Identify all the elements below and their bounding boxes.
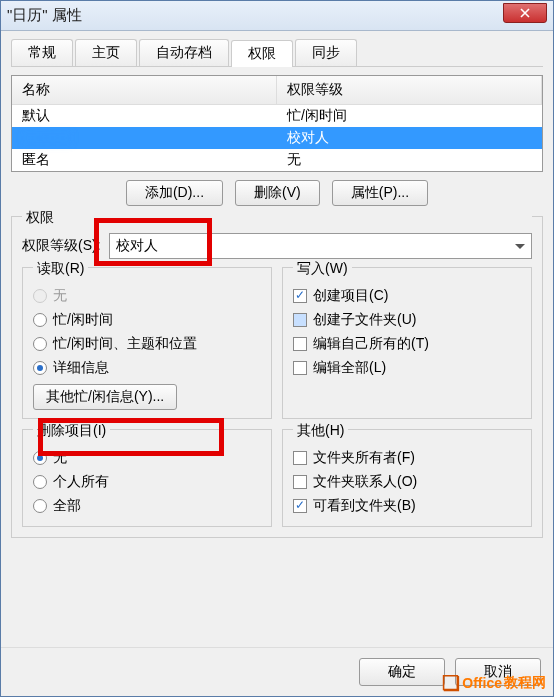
check-icon bbox=[293, 313, 307, 327]
other-group: 其他(H) 文件夹所有者(F) 文件夹联系人(O) 可看到文件夹(B) bbox=[282, 429, 532, 527]
titlebar: "日历" 属性 bbox=[1, 1, 553, 31]
check-icon bbox=[293, 475, 307, 489]
watermark-icon: ❏ bbox=[442, 671, 460, 695]
radio-details[interactable]: 详细信息 bbox=[33, 356, 261, 380]
remove-button[interactable]: 删除(V) bbox=[235, 180, 320, 206]
permissions-legend: 权限 bbox=[22, 209, 532, 227]
delete-title: 删除项目(I) bbox=[33, 422, 110, 440]
dialog-window: "日历" 属性 常规 主页 自动存档 权限 同步 名称 权限等级 默认 忙/闲时… bbox=[0, 0, 554, 697]
other-freebusy-button[interactable]: 其他忙/闲信息(Y)... bbox=[33, 384, 177, 410]
list-row[interactable]: ░░░░░ 校对人 bbox=[12, 127, 542, 149]
col-name[interactable]: 名称 bbox=[12, 76, 277, 104]
list-header: 名称 权限等级 bbox=[12, 76, 542, 105]
radio-freebusy-subject[interactable]: 忙/闲时间、主题和位置 bbox=[33, 332, 261, 356]
radio-icon bbox=[33, 313, 47, 327]
watermark: ❏ Office 教程网 bbox=[442, 671, 546, 695]
radio-delete-none[interactable]: 无 bbox=[33, 446, 261, 470]
radio-delete-own[interactable]: 个人所有 bbox=[33, 470, 261, 494]
check-create-subfolders[interactable]: 创建子文件夹(U) bbox=[293, 308, 521, 332]
window-title: "日历" 属性 bbox=[7, 6, 82, 25]
list-row[interactable]: 匿名 无 bbox=[12, 149, 542, 171]
radio-none: 无 bbox=[33, 284, 261, 308]
ok-button[interactable]: 确定 bbox=[359, 658, 445, 686]
permissions-list[interactable]: 名称 权限等级 默认 忙/闲时间 ░░░░░ 校对人 匿名 无 bbox=[11, 75, 543, 172]
tab-permissions[interactable]: 权限 bbox=[231, 40, 293, 67]
read-group: 读取(R) 无 忙/闲时间 忙/闲时间、主题和位置 详细信息 其他忙/闲信息(Y… bbox=[22, 267, 272, 419]
properties-button[interactable]: 属性(P)... bbox=[332, 180, 428, 206]
read-title: 读取(R) bbox=[33, 260, 88, 278]
check-create-items[interactable]: 创建项目(C) bbox=[293, 284, 521, 308]
level-select[interactable]: 校对人 bbox=[109, 233, 532, 259]
radio-icon bbox=[33, 499, 47, 513]
delete-group: 删除项目(I) 无 个人所有 全部 bbox=[22, 429, 272, 527]
permissions-fieldset: 权限 权限等级(S): 校对人 读取(R) 无 忙/闲时间 忙/闲时间、主题和位… bbox=[11, 216, 543, 538]
add-button[interactable]: 添加(D)... bbox=[126, 180, 223, 206]
check-icon bbox=[293, 499, 307, 513]
list-buttons: 添加(D)... 删除(V) 属性(P)... bbox=[11, 180, 543, 206]
tab-general[interactable]: 常规 bbox=[11, 39, 73, 66]
tab-sync[interactable]: 同步 bbox=[295, 39, 357, 66]
radio-icon bbox=[33, 337, 47, 351]
radio-icon bbox=[33, 451, 47, 465]
radio-freebusy[interactable]: 忙/闲时间 bbox=[33, 308, 261, 332]
radio-icon bbox=[33, 289, 47, 303]
radio-icon bbox=[33, 361, 47, 375]
write-group: 写入(W) 创建项目(C) 创建子文件夹(U) 编辑自己所有的(T) 编辑全部(… bbox=[282, 267, 532, 419]
check-edit-all[interactable]: 编辑全部(L) bbox=[293, 356, 521, 380]
col-level[interactable]: 权限等级 bbox=[277, 76, 542, 104]
check-folder-owner[interactable]: 文件夹所有者(F) bbox=[293, 446, 521, 470]
other-title: 其他(H) bbox=[293, 422, 348, 440]
tab-home[interactable]: 主页 bbox=[75, 39, 137, 66]
check-edit-own[interactable]: 编辑自己所有的(T) bbox=[293, 332, 521, 356]
close-icon bbox=[520, 8, 530, 18]
radio-delete-all[interactable]: 全部 bbox=[33, 494, 261, 518]
check-folder-visible[interactable]: 可看到文件夹(B) bbox=[293, 494, 521, 518]
content-area: 常规 主页 自动存档 权限 同步 名称 权限等级 默认 忙/闲时间 ░░░░░ … bbox=[1, 31, 553, 647]
check-icon bbox=[293, 337, 307, 351]
tab-autoarchive[interactable]: 自动存档 bbox=[139, 39, 229, 66]
radio-icon bbox=[33, 475, 47, 489]
level-label: 权限等级(S): bbox=[22, 237, 101, 255]
tab-bar: 常规 主页 自动存档 权限 同步 bbox=[11, 39, 543, 67]
level-row: 权限等级(S): 校对人 bbox=[22, 233, 532, 259]
check-icon bbox=[293, 451, 307, 465]
list-row[interactable]: 默认 忙/闲时间 bbox=[12, 105, 542, 127]
check-folder-contact[interactable]: 文件夹联系人(O) bbox=[293, 470, 521, 494]
close-button[interactable] bbox=[503, 3, 547, 23]
check-icon bbox=[293, 289, 307, 303]
write-title: 写入(W) bbox=[293, 260, 352, 278]
check-icon bbox=[293, 361, 307, 375]
